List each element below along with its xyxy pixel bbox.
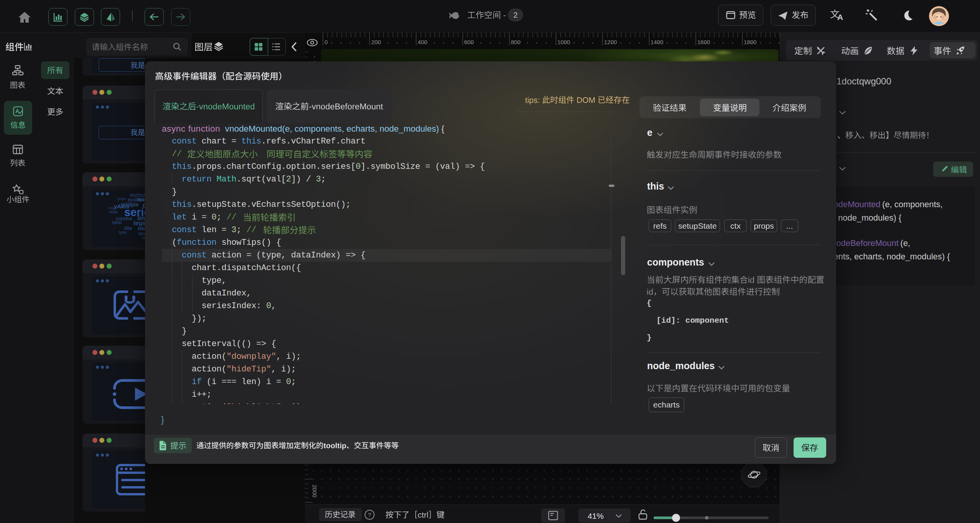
svg-text:?: ? xyxy=(368,511,371,518)
